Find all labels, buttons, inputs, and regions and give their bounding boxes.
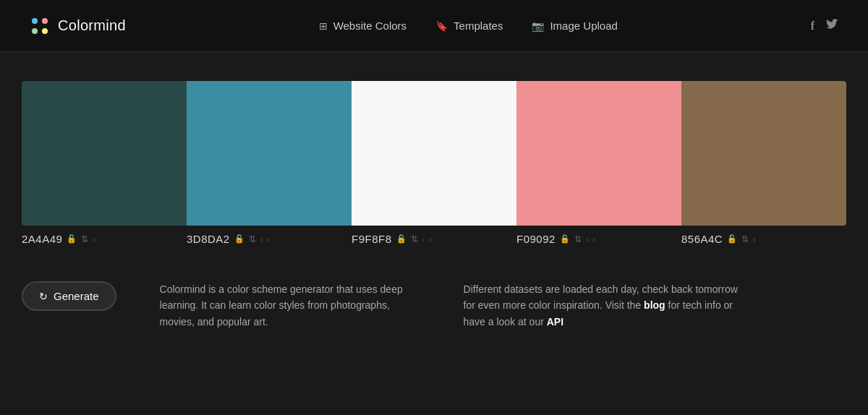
twitter-icon[interactable] <box>826 19 839 33</box>
api-link[interactable]: API <box>547 316 563 328</box>
chevron-right-2[interactable]: › <box>429 235 432 244</box>
color-label-0: 2A4A49🔓⇅› <box>22 226 187 252</box>
color-palette <box>22 81 846 226</box>
generate-button[interactable]: ↻ Generate <box>22 281 116 311</box>
color-swatch-3d8da2 <box>187 81 352 226</box>
logo-area: Colormind <box>29 15 126 37</box>
color-hex-value-1: 3D8DA2 <box>187 233 230 245</box>
description-left: Colormind is a color scheme generator th… <box>160 281 420 330</box>
svg-point-3 <box>42 28 48 34</box>
lock-icon-0[interactable]: 🔓 <box>67 234 77 244</box>
color-label-4: 856A4C🔓⇅‹ <box>681 226 846 252</box>
nav-templates[interactable]: 🔖 Templates <box>435 20 503 32</box>
adjust-icon-1[interactable]: ⇅ <box>249 234 256 244</box>
chevron-right-1[interactable]: › <box>267 235 270 244</box>
camera-icon: 📷 <box>532 20 544 32</box>
lock-icon-1[interactable]: 🔓 <box>234 234 244 244</box>
chevron-left-2[interactable]: ‹ <box>422 235 425 244</box>
svg-point-2 <box>32 28 38 34</box>
chevron-left-3[interactable]: ‹ <box>586 235 589 244</box>
main-content: 2A4A49🔓⇅›3D8DA2🔓⇅‹›F9F8F8🔓⇅‹›F09092🔓⇅‹›8… <box>0 52 868 351</box>
color-hex-value-2: F9F8F8 <box>352 233 392 245</box>
description-right: Different datasets are loaded each day, … <box>464 281 739 330</box>
lock-icon-3[interactable]: 🔓 <box>560 234 570 244</box>
nav-image-upload[interactable]: 📷 Image Upload <box>532 20 617 32</box>
nav-image-upload-label: Image Upload <box>550 20 617 32</box>
color-labels: 2A4A49🔓⇅›3D8DA2🔓⇅‹›F9F8F8🔓⇅‹›F09092🔓⇅‹›8… <box>22 226 846 252</box>
nav-website-colors-label: Website Colors <box>333 20 407 32</box>
blog-link[interactable]: blog <box>644 299 665 311</box>
logo-text: Colormind <box>58 17 126 34</box>
generate-label: Generate <box>54 290 99 302</box>
social-links: f <box>811 19 839 33</box>
lock-icon-2[interactable]: 🔓 <box>396 234 407 244</box>
facebook-icon[interactable]: f <box>811 20 814 33</box>
color-label-2: F9F8F8🔓⇅‹› <box>352 226 516 252</box>
color-label-1: 3D8DA2🔓⇅‹› <box>187 226 352 252</box>
adjust-icon-0[interactable]: ⇅ <box>81 234 88 244</box>
chevron-right-0[interactable]: › <box>93 235 95 244</box>
color-label-3: F09092🔓⇅‹› <box>516 226 681 252</box>
adjust-icon-4[interactable]: ⇅ <box>741 234 749 244</box>
nav-templates-label: Templates <box>454 20 503 32</box>
refresh-icon: ↻ <box>39 291 48 302</box>
svg-point-0 <box>32 18 38 24</box>
app-header: Colormind ⊞ Website Colors 🔖 Templates 📷… <box>0 0 868 52</box>
adjust-icon-2[interactable]: ⇅ <box>411 234 418 244</box>
color-swatch-f9f8f8 <box>352 81 516 226</box>
color-hex-value-4: 856A4C <box>681 233 723 245</box>
logo-icon <box>29 15 51 37</box>
grid-icon: ⊞ <box>319 20 328 32</box>
adjust-icon-3[interactable]: ⇅ <box>574 234 582 244</box>
bottom-section: ↻ Generate Colormind is a color scheme g… <box>22 274 846 330</box>
bookmark-icon: 🔖 <box>435 20 448 32</box>
chevron-left-1[interactable]: ‹ <box>260 235 263 244</box>
color-swatch-856a4c <box>681 81 846 226</box>
chevron-right-3[interactable]: › <box>593 235 596 244</box>
chevron-left-4[interactable]: ‹ <box>753 235 756 244</box>
svg-point-1 <box>42 18 48 24</box>
color-hex-value-3: F09092 <box>516 233 556 245</box>
main-nav: ⊞ Website Colors 🔖 Templates 📷 Image Upl… <box>319 20 618 32</box>
color-swatch-2a4a49 <box>22 81 187 226</box>
color-hex-value-0: 2A4A49 <box>22 233 62 245</box>
lock-icon-4[interactable]: 🔓 <box>727 234 737 244</box>
color-swatch-f09092 <box>516 81 681 226</box>
nav-website-colors[interactable]: ⊞ Website Colors <box>319 20 407 32</box>
